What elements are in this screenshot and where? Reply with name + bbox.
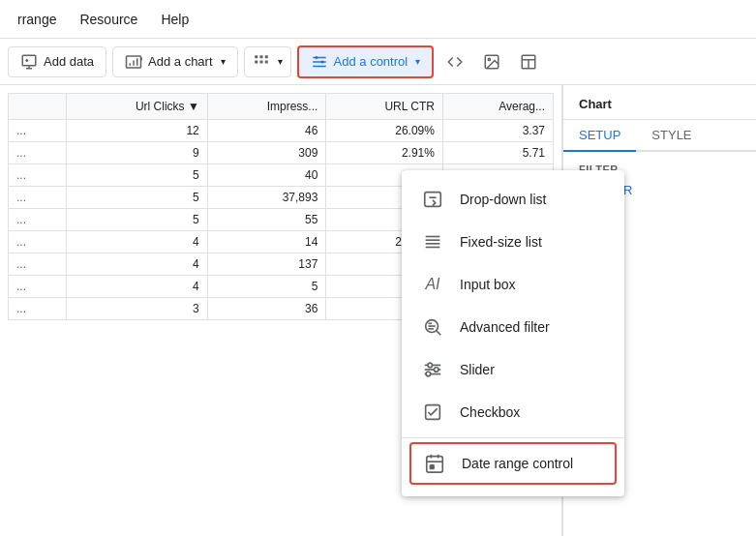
dropdown-item-dropdown-list[interactable]: Drop-down list xyxy=(402,178,624,221)
row-label: ... xyxy=(9,120,67,142)
dropdown-list-label: Drop-down list xyxy=(460,192,546,207)
row-impressions: 36 xyxy=(207,298,326,320)
row-url-clicks: 12 xyxy=(67,120,208,142)
row-label: ... xyxy=(9,231,67,253)
add-chart-icon xyxy=(125,53,142,71)
dropdown-divider xyxy=(402,437,624,438)
svg-point-41 xyxy=(428,363,433,368)
col-header-average[interactable]: Averag... xyxy=(442,94,553,120)
svg-rect-14 xyxy=(259,60,262,63)
svg-line-34 xyxy=(437,331,440,335)
row-label: ... xyxy=(9,187,67,209)
row-url-clicks: 5 xyxy=(67,187,208,209)
code-button[interactable] xyxy=(439,46,470,77)
row-url-clicks: 5 xyxy=(67,164,208,187)
row-impressions: 14 xyxy=(207,231,326,253)
date-range-label: Date range control xyxy=(462,456,573,471)
image-button[interactable] xyxy=(476,46,507,77)
row-label: ... xyxy=(9,253,67,276)
svg-rect-27 xyxy=(425,193,441,207)
dropdown-item-date-range[interactable]: Date range control xyxy=(409,442,617,485)
row-url-clicks: 4 xyxy=(67,276,208,298)
dropdown-item-advanced-filter[interactable]: Advanced filter xyxy=(402,306,624,348)
slider-label: Slider xyxy=(460,362,495,377)
add-chart-dropdown-arrow: ▾ xyxy=(221,56,226,67)
row-impressions: 40 xyxy=(207,164,326,187)
row-url-clicks: 3 xyxy=(67,298,208,320)
dropdown-item-fixed-list[interactable]: Fixed-size list xyxy=(402,221,624,263)
row-url-ctr: 26.09% xyxy=(326,120,443,142)
row-label: ... xyxy=(9,209,67,231)
row-url-clicks: 4 xyxy=(67,231,208,253)
date-range-icon xyxy=(423,452,446,475)
dropdown-item-input-box[interactable]: AI Input box xyxy=(402,263,624,306)
add-control-dropdown: Drop-down list Fixed-size list AI Input … xyxy=(402,170,624,496)
menu-rrange[interactable]: rrange xyxy=(8,8,66,31)
add-data-label: Add data xyxy=(44,54,94,69)
add-chart-label: Add a chart xyxy=(148,54,213,69)
table-header-row: Url Clicks ▼ Impress... URL CTR Averag..… xyxy=(9,94,554,120)
add-data-button[interactable]: Add data xyxy=(8,46,106,77)
row-url-ctr: 2.91% xyxy=(326,142,443,164)
add-control-arrow: ▾ xyxy=(415,56,420,67)
svg-point-19 xyxy=(315,56,318,59)
code-icon xyxy=(446,53,464,71)
input-box-icon: AI xyxy=(421,273,444,296)
svg-rect-12 xyxy=(259,55,262,58)
advanced-filter-icon xyxy=(421,315,444,339)
input-box-label: Input box xyxy=(460,277,516,292)
svg-rect-45 xyxy=(427,457,443,473)
row-average: 3.37 xyxy=(442,120,553,142)
row-label: ... xyxy=(9,298,67,320)
toolbar: Add data Add a chart ▾ ▾ xyxy=(0,39,756,85)
dropdown-list-icon xyxy=(421,188,444,211)
more-options-button[interactable]: ▾ xyxy=(244,46,291,77)
row-label: ... xyxy=(9,276,67,298)
svg-rect-15 xyxy=(264,55,267,58)
svg-rect-13 xyxy=(255,60,257,63)
extra-icon-button[interactable] xyxy=(513,46,544,77)
row-impressions: 5 xyxy=(207,276,326,298)
row-url-clicks: 4 xyxy=(67,253,208,276)
menu-resource[interactable]: Resource xyxy=(70,8,147,31)
fixed-list-icon xyxy=(421,230,444,253)
col-header-impressions[interactable]: Impress... xyxy=(207,94,326,120)
image-icon xyxy=(483,53,500,71)
svg-rect-11 xyxy=(255,55,257,58)
menu-help[interactable]: Help xyxy=(151,8,198,31)
col-header-url-clicks[interactable]: Url Clicks ▼ xyxy=(67,94,208,120)
row-url-clicks: 5 xyxy=(67,209,208,231)
row-impressions: 37,893 xyxy=(207,187,326,209)
svg-point-43 xyxy=(426,372,431,376)
chart-tabs: SETUP STYLE xyxy=(563,120,756,152)
dropdown-item-slider[interactable]: Slider xyxy=(402,348,624,391)
row-impressions: 46 xyxy=(207,120,326,142)
advanced-filter-label: Advanced filter xyxy=(460,319,550,335)
svg-rect-0 xyxy=(22,55,36,66)
row-label: ... xyxy=(9,142,67,164)
add-data-icon xyxy=(20,53,38,71)
grid-options-icon xyxy=(253,53,270,71)
svg-point-20 xyxy=(320,60,323,63)
svg-point-23 xyxy=(488,58,490,60)
col-header-url-ctr[interactable]: URL CTR xyxy=(326,94,443,120)
more-options-arrow: ▾ xyxy=(278,56,283,67)
menu-bar: rrange Resource Help xyxy=(0,0,756,39)
tab-setup[interactable]: SETUP xyxy=(563,120,636,152)
col-header-label xyxy=(9,94,67,120)
tab-style[interactable]: STYLE xyxy=(636,120,707,150)
add-control-icon xyxy=(311,53,328,71)
add-control-button[interactable]: Add a control ▾ xyxy=(297,45,435,78)
slider-icon xyxy=(421,358,444,381)
extra-icon xyxy=(520,53,537,71)
row-average: 5.71 xyxy=(442,142,553,164)
row-label: ... xyxy=(9,164,67,187)
row-impressions: 137 xyxy=(207,253,326,276)
svg-rect-16 xyxy=(264,60,267,63)
chart-panel-title: Chart xyxy=(563,85,756,120)
main-area: Url Clicks ▼ Impress... URL CTR Averag..… xyxy=(0,85,756,536)
dropdown-item-checkbox[interactable]: Checkbox xyxy=(402,391,624,433)
row-impressions: 309 xyxy=(207,142,326,164)
svg-point-42 xyxy=(434,368,438,372)
add-chart-button[interactable]: Add a chart ▾ xyxy=(112,46,238,77)
